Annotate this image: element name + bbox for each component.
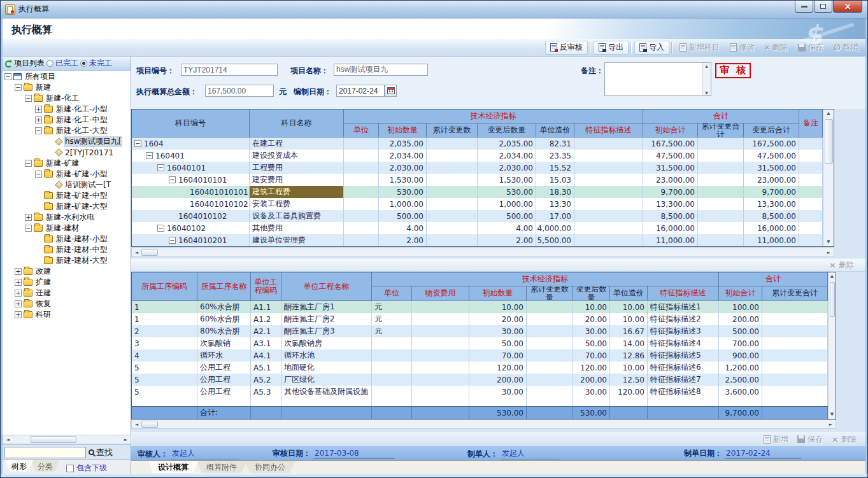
subject-vertical-scrollbar[interactable]: ▲ ▼ bbox=[823, 109, 834, 246]
cell-remark[interactable] bbox=[799, 150, 823, 162]
cell-total_after[interactable]: 9,700.00 bbox=[744, 186, 799, 198]
unfinished-radio[interactable] bbox=[80, 60, 87, 67]
cell-feature[interactable] bbox=[574, 198, 643, 210]
cell-seq[interactable]: 4 bbox=[132, 349, 197, 362]
cell-seq[interactable]: 5 bbox=[132, 386, 197, 398]
cell-code[interactable]: −16040101 bbox=[132, 162, 250, 174]
scroll-thumb[interactable] bbox=[825, 119, 833, 164]
cell-material[interactable] bbox=[412, 313, 469, 325]
cell-feature[interactable]: 特征指标描述1 bbox=[648, 301, 719, 313]
cell-total_chg[interactable] bbox=[762, 313, 828, 325]
expander-icon[interactable]: − bbox=[4, 73, 11, 80]
cell-total_after[interactable]: 13,300.00 bbox=[744, 198, 799, 210]
cell-price[interactable]: 12.50 bbox=[610, 374, 648, 386]
cell-total_chg[interactable] bbox=[698, 198, 744, 210]
cell-unit[interactable] bbox=[344, 186, 379, 198]
cell-name[interactable]: 设备及工器具购置费 bbox=[250, 210, 344, 222]
cell-qty0[interactable]: 2,034.00 bbox=[379, 150, 427, 162]
tab-estimate-attachment[interactable]: 概算附件 bbox=[196, 461, 247, 473]
cell-unit_code[interactable]: A5.1 bbox=[251, 362, 281, 374]
cell-feature[interactable] bbox=[574, 150, 643, 162]
refresh-icon[interactable] bbox=[4, 60, 12, 67]
cell-feature[interactable]: 特征指标描述4 bbox=[648, 337, 719, 349]
cell-total0[interactable]: 11,000.00 bbox=[643, 234, 698, 246]
scroll-right-icon[interactable]: ► bbox=[824, 250, 834, 255]
cell-material[interactable] bbox=[412, 337, 469, 349]
cell-unit[interactable] bbox=[344, 162, 379, 174]
cell-proc[interactable]: 循环水 bbox=[197, 349, 251, 362]
cell-qty0[interactable]: 2.00 bbox=[379, 234, 427, 246]
scroll-thumb[interactable] bbox=[31, 436, 76, 443]
table-row[interactable]: −1604010201建设单位管理费2.002.005,500.0011,000… bbox=[132, 234, 823, 246]
compile-date-field[interactable] bbox=[336, 85, 385, 97]
cell-remark[interactable] bbox=[799, 222, 823, 234]
cell-proc[interactable]: 60%水合肼 bbox=[197, 313, 251, 325]
scroll-right-icon[interactable]: ► bbox=[121, 437, 131, 442]
tree-item[interactable]: −hsw测试项目九[ bbox=[3, 136, 131, 147]
cell-unit[interactable] bbox=[344, 150, 379, 162]
subject-horizontal-scrollbar[interactable]: ◄ ► bbox=[131, 248, 834, 257]
cell-qty0[interactable]: 10.00 bbox=[469, 301, 527, 313]
cell-feature[interactable]: 特征指标描述8 bbox=[648, 386, 719, 398]
cell-total0[interactable]: 100.00 bbox=[719, 301, 762, 313]
cell-price[interactable]: 10.00 bbox=[610, 301, 648, 313]
cell-remark[interactable] bbox=[799, 137, 823, 150]
expander-icon[interactable]: − bbox=[25, 95, 32, 102]
table-row[interactable]: 160401010101建筑工程费530.00530.0018.309,700.… bbox=[132, 186, 823, 198]
cell-price[interactable]: 12.86 bbox=[610, 349, 648, 362]
cell-qty_chg[interactable] bbox=[427, 210, 478, 222]
cell-unit[interactable] bbox=[344, 222, 379, 234]
cell-total_chg[interactable] bbox=[698, 174, 744, 186]
cell-unit[interactable] bbox=[372, 362, 412, 374]
cell-qty_after[interactable]: 20.00 bbox=[573, 313, 610, 325]
cell-name[interactable]: 在建工程 bbox=[250, 137, 344, 150]
expander-icon[interactable]: − bbox=[157, 164, 164, 171]
cell-unit[interactable] bbox=[344, 137, 379, 150]
cell-qty_after[interactable]: 2,035.00 bbox=[478, 137, 536, 150]
add-subject-button[interactable]: 新增科目 bbox=[675, 41, 724, 55]
cell-name[interactable]: 建筑工程费 bbox=[250, 186, 344, 198]
cell-price[interactable]: 4,000.00 bbox=[536, 222, 574, 234]
tree-item[interactable]: −新建-化工-大型 bbox=[3, 125, 131, 136]
cell-price[interactable]: 18.30 bbox=[536, 186, 574, 198]
expander-icon[interactable]: − bbox=[146, 152, 153, 159]
restore-button[interactable] bbox=[814, 1, 832, 13]
cell-qty_after[interactable]: 2,034.00 bbox=[478, 150, 536, 162]
table-row[interactable]: 3次氯酸钠A3.1次氯酸钠房50.0050.0014.00特征指标描述4700.… bbox=[132, 337, 828, 349]
cell-total_chg[interactable] bbox=[698, 222, 744, 234]
cell-total_chg[interactable] bbox=[698, 137, 744, 150]
cell-qty0[interactable]: 20.00 bbox=[469, 313, 527, 325]
cell-proc[interactable]: 公用工程 bbox=[197, 362, 251, 374]
expander-icon[interactable]: + bbox=[35, 106, 42, 113]
cell-total_chg[interactable] bbox=[762, 386, 828, 398]
cell-qty_chg[interactable] bbox=[427, 186, 478, 198]
cell-price[interactable]: 10.00 bbox=[610, 313, 648, 325]
cell-total0[interactable]: 700.00 bbox=[719, 337, 762, 349]
cell-feature[interactable]: 特征指标描述5 bbox=[648, 349, 719, 362]
cell-qty_after[interactable]: 30.00 bbox=[573, 325, 610, 337]
cell-total_chg[interactable] bbox=[762, 362, 828, 374]
table-row[interactable]: 280%水合肼A2.1酮连氮主厂房3元30.0030.0016.67特征指标描述… bbox=[132, 325, 828, 337]
cell-price[interactable]: 5,500.00 bbox=[536, 234, 574, 246]
tree-item[interactable]: −新建 bbox=[3, 82, 131, 93]
cell-qty0[interactable]: 30.00 bbox=[469, 325, 527, 337]
cell-feature[interactable] bbox=[574, 222, 643, 234]
unfinished-radio-label[interactable]: 未完工 bbox=[89, 58, 112, 69]
cell-unit_code[interactable]: A3.1 bbox=[251, 337, 281, 349]
finished-radio[interactable] bbox=[46, 60, 53, 67]
cell-qty_chg[interactable] bbox=[527, 337, 573, 349]
cell-name[interactable]: 建安费用 bbox=[250, 174, 344, 186]
cell-price[interactable]: 82.31 bbox=[536, 137, 574, 150]
table-row[interactable]: 160401010102安装工程费1,000.001,000.0013.3013… bbox=[132, 198, 823, 210]
cell-price[interactable]: 10.00 bbox=[610, 362, 648, 374]
export-button[interactable]: 导出 bbox=[594, 41, 629, 55]
cell-total_chg[interactable] bbox=[762, 325, 828, 337]
cell-proc[interactable]: 公用工程 bbox=[197, 374, 251, 386]
cell-qty_chg[interactable] bbox=[427, 234, 478, 246]
expander-icon[interactable]: − bbox=[25, 225, 32, 232]
expander-icon[interactable]: − bbox=[15, 84, 22, 91]
cell-qty0[interactable]: 50.00 bbox=[469, 337, 527, 349]
cell-total_chg[interactable] bbox=[698, 162, 744, 174]
cell-name[interactable]: 安装工程费 bbox=[250, 198, 344, 210]
cell-qty_chg[interactable] bbox=[527, 325, 573, 337]
